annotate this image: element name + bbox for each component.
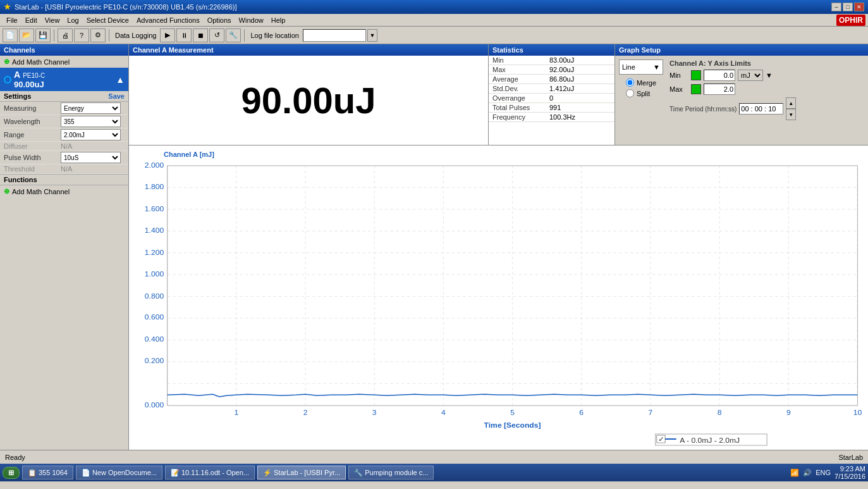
svg-text:3: 3 [372,409,377,416]
add-math-channel-button-bottom[interactable]: ⊕ Add Math Channel [0,185,128,197]
split-radio[interactable]: Split [626,89,656,97]
svg-text:8: 8 [718,409,722,416]
menu-edit[interactable]: Edit [21,15,41,25]
network-icon: 📶 [790,469,799,477]
time-up-button[interactable]: ▲ [786,97,796,109]
channel-device: PE10-C [23,72,45,79]
diffuser-row: Diffuser N/A [0,142,128,151]
separator-2 [109,29,109,42]
chart-wrapper: Channel A [mJ] [129,145,868,450]
save-button[interactable]: 💾 [35,28,51,42]
new-button[interactable]: 📄 [3,28,18,42]
stat-frequency-value: 100.3Hz [546,113,614,122]
menu-select-device[interactable]: Select Device [83,15,133,25]
menu-view[interactable]: View [41,15,64,25]
log-file-dropdown[interactable]: ▼ [367,29,377,42]
y-max-input[interactable] [704,84,735,95]
open-button[interactable]: 📂 [19,28,34,42]
svg-text:1.600: 1.600 [145,205,164,212]
svg-text:1: 1 [234,409,238,416]
stat-stddev-value: 1.412uJ [546,84,614,94]
taskbar-item-1[interactable]: 📄 New OpenDocume... [76,466,162,480]
display-type-dropdown[interactable]: Line ▼ [619,59,663,75]
y-unit-select[interactable]: mJ [738,70,763,81]
taskbar-item-3[interactable]: ⚡ StarLab - [USBI Pyr... [257,466,346,480]
range-select[interactable]: 2.00mJ [61,129,121,140]
channel-value: 90.00uJ [14,80,45,89]
pulse-width-select[interactable]: 10uS [61,152,121,163]
time-down-button[interactable]: ▼ [786,109,796,120]
svg-text:2: 2 [303,409,308,416]
taskbar-item-2[interactable]: 📝 10.11.16.odt - Open... [165,466,255,480]
menu-file[interactable]: File [3,15,21,25]
wavelength-select[interactable]: 355 [61,116,121,127]
taskbar-icon-1: 📄 [82,469,90,477]
log-file-label: Log file location [250,32,298,39]
start-button[interactable]: ⊞ [3,467,20,479]
menu-help[interactable]: Help [267,15,290,25]
svg-text:10: 10 [853,409,862,416]
svg-text:1.000: 1.000 [145,270,164,277]
separator-3 [244,29,245,42]
save-settings-button[interactable]: Save [108,92,125,100]
channel-a-item[interactable]: A PE10-C 90.00uJ ▲ [0,68,128,91]
stat-overrange-row: Overrange 0 [489,94,614,103]
measuring-select[interactable]: Energy [61,102,121,114]
graph-setup-panel: Graph Setup Line ▼ Merge [615,44,868,145]
status-text: Ready [5,454,25,461]
add-math-channel-button-top[interactable]: ⊕ Add Math Channel [0,56,128,68]
play-button[interactable]: ▶ [160,28,175,42]
svg-text:0.200: 0.200 [145,357,164,364]
sidebar: Channels ⊕ Add Math Channel A PE10-C 90.… [0,44,129,450]
taskbar-item-0[interactable]: 📋 355 1064 [22,466,73,480]
windows-icon: ⊞ [8,469,14,477]
minimize-button[interactable]: – [831,3,841,11]
chart-svg: 2.000 1.800 1.600 1.400 1.200 1.000 0.80… [129,159,868,450]
svg-text:Time [Seconds]: Time [Seconds] [484,422,541,429]
menu-window[interactable]: Window [235,15,267,25]
menu-advanced-functions[interactable]: Advanced Functions [133,15,204,25]
stat-min-row: Min 83.00uJ [489,56,614,65]
print-button[interactable]: 🖨 [58,28,73,42]
reset-button[interactable]: ↺ [209,28,224,42]
measurement-value: 90.00uJ [129,56,488,145]
title-bar: ★ StarLab - [USBI Pyroelectric PE10-C (s… [0,0,868,14]
config-button[interactable]: 🔧 [226,28,241,42]
wavelength-row: Wavelength 355 [0,115,128,128]
stop-button[interactable]: ⏹ [193,28,208,42]
log-file-input[interactable] [303,29,366,42]
stat-max-row: Max 92.00uJ [489,65,614,75]
taskbar-icon-4: 🔧 [354,469,363,477]
svg-text:9: 9 [786,409,791,416]
settings-button[interactable]: ⚙ [90,28,106,42]
taskbar-right: 📶 🔊 ENG 9:23 AM 7/15/2016 [790,465,865,480]
right-area: Channel A Measurement 90.00uJ Statistics… [129,44,868,450]
chart-title: Channel A [mJ] [164,151,214,158]
time-period-input[interactable] [739,103,783,115]
statistics-table: Min 83.00uJ Max 92.00uJ Average 86.80uJ … [489,56,614,122]
taskbar-item-4[interactable]: 🔧 Pumping module c... [348,466,434,480]
close-button[interactable]: ✕ [854,3,864,11]
svg-text:✓: ✓ [658,436,664,443]
help-button[interactable]: ? [74,28,89,42]
channel-up-icon[interactable]: ▲ [116,75,125,85]
svg-text:1.800: 1.800 [145,183,164,190]
svg-text:7: 7 [649,409,653,416]
menu-log[interactable]: Log [63,15,82,25]
functions-header: Functions [0,174,128,185]
svg-text:0.800: 0.800 [145,292,164,299]
merge-radio[interactable]: Merge [626,78,656,87]
pause-button[interactable]: ⏸ [176,28,192,42]
taskbar: ⊞ 📋 355 1064 📄 New OpenDocume... 📝 10.11… [0,464,868,481]
stat-pulses-value: 991 [546,103,614,113]
y-axis-label: Channel A: Y Axis Limits [669,59,864,67]
toolbar: 📄 📂 💾 🖨 ? ⚙ Data Logging ▶ ⏸ ⏹ ↺ 🔧 Log f… [0,27,868,44]
y-min-input[interactable] [704,70,735,81]
stat-pulses-row: Total Pulses 991 [489,103,614,113]
statistics-panel: Statistics Min 83.00uJ Max 92.00uJ Avera… [489,44,615,145]
stat-average-value: 86.80uJ [546,75,614,84]
top-panels: Channel A Measurement 90.00uJ Statistics… [129,44,868,145]
menu-options[interactable]: Options [204,15,235,25]
stat-max-value: 92.00uJ [546,65,614,75]
maximize-button[interactable]: □ [843,3,853,11]
